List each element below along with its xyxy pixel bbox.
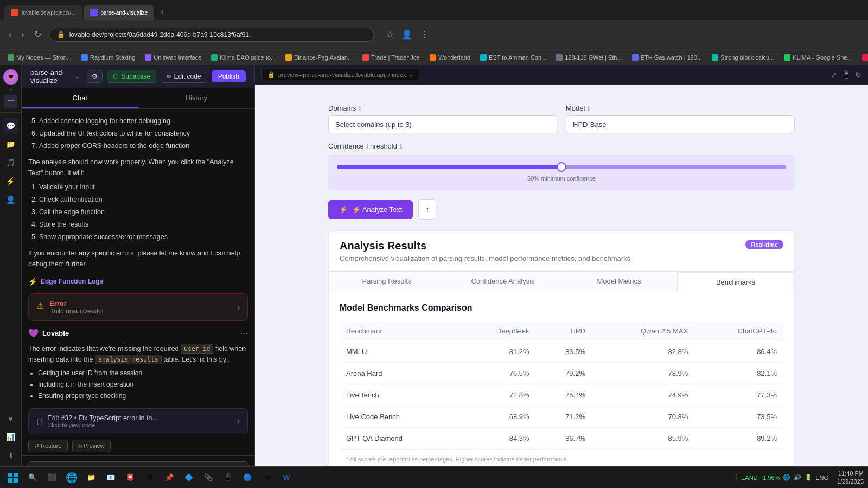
taskbar-task-view[interactable]: ⬛ [43,469,61,486]
bench-chatgpt-livebench: 77.3% [694,384,783,406]
tab-parsing-results[interactable]: Parsing Results [329,272,445,292]
sidebar-item-download[interactable]: ⬇ [3,448,18,463]
taskbar-app6[interactable]: ✉ [258,469,276,486]
bookmark-icon-10 [632,54,639,61]
sidebar-item-user[interactable]: 👤 [3,192,18,207]
refresh-preview-icon[interactable]: ↻ [855,70,861,79]
fix-item-2: Including it in the insert operation [38,380,248,390]
taskbar-code[interactable]: ⚙ [141,469,158,486]
bookmark-btn[interactable]: ☆ [384,27,396,42]
taskbar-mail[interactable]: 📧 [102,469,119,486]
bookmark-11[interactable]: Strong block calcu... [709,53,777,62]
taskbar-clock[interactable]: 11:40 PM 1/29/2025 [837,470,864,485]
error-card[interactable]: ⚠ Error Build unsuccessful › [28,293,248,321]
settings-btn[interactable]: ⋮ [418,27,431,42]
code-edit-card[interactable]: { } Edit #32 • Fix TypeScript error in I… [28,408,248,434]
more-options-btn[interactable]: ··· [240,328,248,339]
lang-indicator: ENG [815,474,828,481]
taskbar-outlook[interactable]: 📮 [122,469,139,486]
bookmark-9[interactable]: 128-118 GWei | Eth... [553,53,625,62]
domains-label: Domains ℹ [328,104,557,112]
code-edit-chevron-icon: › [237,416,240,426]
panel-toggle-btn[interactable] [4,95,17,108]
warning-icon: ⚠ [36,300,44,311]
taskbar-search[interactable]: 🔍 [24,469,41,486]
bookmark-2[interactable]: Raydium Staking [78,53,138,62]
start-button[interactable] [4,469,22,486]
logs-bolt-icon: ⚡ [28,277,37,286]
chat-tab[interactable]: Chat [22,88,138,108]
bookmark-5[interactable]: Binance-Peg Avalan... [282,53,356,62]
browser-tab-active[interactable]: parse-and-visualize [84,5,155,20]
slider-label: 50% minimum confidence [337,175,786,182]
col-hpd: HPD [536,322,592,341]
preview-btn[interactable]: ⎋ Preview [72,440,111,452]
bookmark-1[interactable]: My Nodes — Stron... [4,53,75,62]
sidebar-item-music[interactable]: 🎵 [3,155,18,170]
confidence-slider[interactable] [337,161,786,173]
taskbar-app2[interactable]: 🔷 [180,469,197,486]
bookmark-13[interactable]: SushiSwap | Sush [859,53,868,62]
taskbar-word[interactable]: W [278,469,295,486]
preview-url-bar[interactable]: 🔒 preview--parse-and-visualize.lovable.a… [261,69,419,80]
code-edit-title: Edit #32 • Fix TypeScript error in In... [47,414,158,422]
domains-select[interactable]: Select domains (up to 3) [328,115,557,133]
bench-deepseek-arena: 76.5% [458,363,536,384]
taskbar-app1[interactable]: 📌 [161,469,178,486]
windows-logo-icon [8,472,18,483]
analyze-text-btn[interactable]: ⚡ ⚡ Analyze Text [328,200,413,219]
mobile-icon[interactable]: 📱 [841,70,851,79]
bookmark-8[interactable]: EST to Amman Con... [477,53,550,62]
bookmark-3[interactable]: Uniswap Interface [142,53,205,62]
browser-tab-1[interactable]: lovable.dev/projects/... [4,5,82,20]
edge-logs-header[interactable]: ⚡ Edge Function Logs [28,275,248,288]
svg-rect-2 [8,478,12,483]
history-tab[interactable]: History [138,88,255,108]
bookmark-7[interactable]: Wonderland [426,53,474,62]
sidebar-item-chat[interactable]: 💬 [3,118,18,133]
slider-thumb[interactable] [557,162,566,172]
model-select[interactable]: HPD-Base [566,115,795,133]
bookmark-4[interactable]: Klima DAO price to... [208,53,279,62]
sidebar-item-code[interactable]: 📁 [3,137,18,152]
step-3: Call the edge function [39,207,248,217]
edit-code-btn[interactable]: ✏ Edit code [161,70,207,83]
browser-tabs: lovable.dev/projects/... parse-and-visua… [0,0,868,20]
taskbar-edge[interactable]: 🌐 [63,469,80,486]
user-btn[interactable]: 👤 [399,27,414,42]
lovable-msg-body: The error indicates that we're missing t… [28,343,248,402]
expand-icon[interactable]: ⤢ [831,70,837,79]
publish-btn[interactable]: Publish [212,70,246,82]
share-btn[interactable]: ↑ [418,199,436,220]
tab-confidence-analysis[interactable]: Confidence Analysis [445,272,561,292]
system-tray: EAND +1.96% 🌐 🔊 🔋 ENG [736,474,833,481]
bookmark-6[interactable]: Trade | Trader Joe [359,53,423,62]
taskbar-file-explorer[interactable]: 📁 [82,469,100,486]
sidebar-item-bolt[interactable]: ⚡ [3,174,18,189]
bookmark-10[interactable]: ETH Gas.watch | 190... [629,53,706,62]
supabase-btn[interactable]: ⬡ Supabase [107,70,156,83]
address-box[interactable]: 🔒 lovable.dev/projects/0a6dad49-2dda-406… [49,28,374,42]
edge-logs-label: Edge Function Logs [41,278,103,285]
results-subtitle: Comprehensive visualization of parsing r… [340,254,630,262]
taskbar-app3[interactable]: 📎 [200,469,217,486]
confidence-label: Confidence Threshold ℹ [328,142,795,150]
forward-button[interactable]: › [19,28,26,42]
sidebar-item-heart[interactable]: ♥ [3,411,18,426]
tab-model-metrics[interactable]: Model Metrics [561,272,677,292]
error-info: Error Build unsuccessful [49,299,103,315]
new-tab-button[interactable]: + [155,5,169,20]
code-view-link[interactable]: Click to view code [47,422,158,428]
bookmark-12[interactable]: KLIMA - Google She... [781,53,855,62]
lovable-logo[interactable]: ❤ [3,69,18,85]
restore-btn[interactable]: ↺ Restore [28,440,68,452]
settings-nav-btn[interactable]: ⚙ [87,70,103,83]
results-header: Analysis Results Comprehensive visualiza… [329,231,794,272]
back-button[interactable]: ‹ [7,28,14,42]
taskbar-app5[interactable]: 🔵 [239,469,256,486]
reload-button[interactable]: ↻ [32,27,43,42]
taskbar-app4[interactable]: 📱 [219,469,237,486]
tab-benchmarks[interactable]: Benchmarks [677,272,794,292]
model-label: Model ℹ [566,104,795,112]
sidebar-item-chart[interactable]: 📊 [3,429,18,445]
